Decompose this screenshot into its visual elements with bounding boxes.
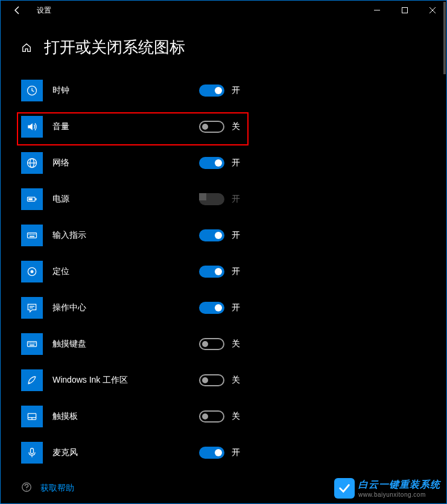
footer: 获取帮助 bbox=[21, 482, 74, 495]
watermark-logo-icon bbox=[334, 478, 355, 499]
toggle-state-label-windows-ink: 关 bbox=[232, 375, 240, 386]
setting-label-windows-ink: Windows Ink 工作区 bbox=[52, 375, 128, 386]
svg-rect-11 bbox=[28, 233, 37, 238]
setting-label-touchpad: 触摸板 bbox=[52, 411, 78, 422]
minimize-button[interactable] bbox=[363, 1, 391, 20]
back-button[interactable] bbox=[8, 5, 27, 15]
setting-label-location: 定位 bbox=[52, 266, 69, 277]
home-button[interactable] bbox=[21, 42, 32, 53]
toggle-windows-ink[interactable] bbox=[199, 374, 224, 386]
setting-label-clock: 时钟 bbox=[52, 85, 69, 96]
toggle-touchpad[interactable] bbox=[199, 410, 224, 423]
svg-rect-32 bbox=[31, 448, 34, 454]
toggle-state-label-input: 开 bbox=[232, 230, 240, 241]
toggle-action-center[interactable] bbox=[199, 302, 224, 314]
toggle-state-label-clock: 开 bbox=[232, 85, 240, 96]
settings-list: 时钟开音量关网络开电源开输入指示开定位开操作中心开触摸键盘关Windows In… bbox=[1, 72, 446, 471]
clock-icon bbox=[21, 80, 43, 101]
svg-rect-9 bbox=[28, 198, 33, 200]
toggle-state-label-touchpad: 关 bbox=[232, 411, 240, 422]
titlebar: 设置 bbox=[1, 1, 446, 20]
page-header: 打开或关闭系统图标 bbox=[1, 20, 446, 72]
toggle-power bbox=[199, 193, 224, 205]
svg-point-19 bbox=[31, 270, 34, 273]
keyboard-icon bbox=[21, 225, 43, 246]
watermark: 白云一键重装系统 www.baiyunxitong.com bbox=[334, 478, 440, 499]
setting-item-clock: 时钟开 bbox=[21, 72, 446, 109]
close-button[interactable] bbox=[419, 1, 446, 20]
toggle-location[interactable] bbox=[199, 266, 224, 278]
location-icon bbox=[21, 261, 43, 282]
watermark-title: 白云一键重装系统 bbox=[358, 479, 440, 491]
scrollbar[interactable] bbox=[443, 2, 446, 74]
toggle-volume[interactable] bbox=[199, 121, 224, 133]
toggle-microphone[interactable] bbox=[199, 447, 224, 459]
power-icon bbox=[21, 188, 43, 210]
toggle-input[interactable] bbox=[199, 229, 224, 241]
svg-rect-10 bbox=[36, 198, 37, 200]
setting-item-touch-keyboard: 触摸键盘关 bbox=[21, 326, 446, 362]
svg-rect-22 bbox=[28, 342, 37, 346]
page-title: 打开或关闭系统图标 bbox=[44, 37, 185, 58]
setting-label-power: 电源 bbox=[52, 194, 69, 205]
network-icon bbox=[21, 152, 43, 174]
setting-item-location: 定位开 bbox=[21, 254, 446, 290]
setting-item-microphone: 麦克风开 bbox=[21, 435, 446, 471]
watermark-url: www.baiyunxitong.com bbox=[358, 491, 440, 498]
help-icon[interactable] bbox=[21, 482, 32, 495]
toggle-state-label-location: 开 bbox=[232, 266, 240, 277]
help-link[interactable]: 获取帮助 bbox=[40, 483, 74, 494]
setting-item-input: 输入指示开 bbox=[21, 217, 446, 254]
toggle-state-label-network: 开 bbox=[232, 158, 240, 168]
setting-label-network: 网络 bbox=[52, 158, 69, 168]
maximize-button[interactable] bbox=[391, 1, 419, 20]
setting-label-input: 输入指示 bbox=[52, 230, 86, 241]
pen-icon bbox=[21, 369, 43, 391]
setting-label-volume: 音量 bbox=[52, 121, 69, 132]
setting-item-network: 网络开 bbox=[21, 145, 446, 181]
toggle-state-label-microphone: 开 bbox=[232, 447, 240, 458]
toggle-state-label-touch-keyboard: 关 bbox=[232, 339, 240, 349]
svg-rect-1 bbox=[402, 8, 408, 13]
setting-label-action-center: 操作中心 bbox=[52, 302, 86, 313]
microphone-icon bbox=[21, 442, 43, 464]
touchpad-icon bbox=[21, 406, 43, 427]
action-center-icon bbox=[21, 297, 43, 319]
setting-item-power: 电源开 bbox=[21, 181, 446, 217]
svg-point-35 bbox=[26, 490, 27, 490]
setting-item-touchpad: 触摸板关 bbox=[21, 398, 446, 435]
setting-item-volume: 音量关 bbox=[21, 109, 446, 145]
volume-icon bbox=[21, 116, 43, 138]
window-title: 设置 bbox=[37, 5, 51, 16]
setting-label-microphone: 麦克风 bbox=[52, 447, 78, 458]
setting-item-action-center: 操作中心开 bbox=[21, 290, 446, 326]
toggle-touch-keyboard[interactable] bbox=[199, 338, 224, 350]
toggle-clock[interactable] bbox=[199, 85, 224, 97]
toggle-network[interactable] bbox=[199, 157, 224, 169]
toggle-state-label-volume: 关 bbox=[232, 121, 240, 132]
setting-label-touch-keyboard: 触摸键盘 bbox=[52, 339, 86, 349]
toggle-state-label-power: 开 bbox=[232, 194, 240, 205]
touch-keyboard-icon bbox=[21, 333, 43, 355]
toggle-state-label-action-center: 开 bbox=[232, 302, 240, 313]
setting-item-windows-ink: Windows Ink 工作区关 bbox=[21, 362, 446, 398]
